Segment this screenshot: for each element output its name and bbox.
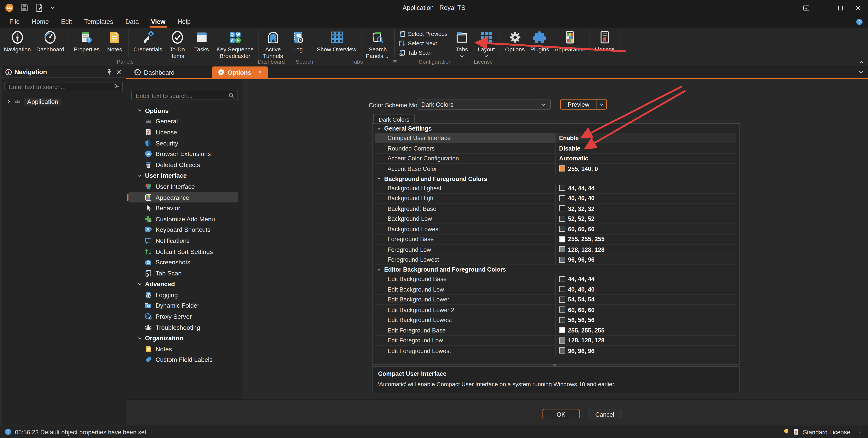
pin-icon[interactable]	[106, 68, 113, 75]
options-tree-item[interactable]: Customize Add Menu	[126, 213, 242, 225]
close-panel-icon[interactable]	[115, 68, 122, 75]
options-tree-item[interactable]: Custom Field Labels	[126, 355, 242, 365]
dark-colors-tab[interactable]: Dark Colors	[373, 114, 415, 124]
menu-home[interactable]: Home	[26, 15, 55, 28]
options-tree-item[interactable]: Options	[126, 105, 242, 116]
menu-templates[interactable]: Templates	[78, 15, 119, 28]
settings-row[interactable]: Foreground Base 255, 255, 255	[375, 234, 736, 245]
settings-row[interactable]: Background: Base 32, 32, 32	[375, 204, 736, 214]
minimize-icon[interactable]	[820, 4, 827, 11]
options-tree-item[interactable]: Browser Extensions	[126, 148, 242, 159]
options-tree-item[interactable]: Behavior	[126, 203, 242, 213]
options-tree-item[interactable]: Deleted Objects	[126, 159, 242, 170]
options-tree-item[interactable]: Logging	[126, 290, 242, 300]
help-icon[interactable]: ?	[856, 18, 863, 25]
menu-file[interactable]: File	[3, 15, 26, 28]
navigation-search[interactable]	[4, 82, 123, 91]
log-button[interactable]: Log	[286, 28, 310, 59]
properties-button[interactable]: Properties	[71, 28, 102, 59]
search-icon[interactable]	[228, 92, 235, 99]
menu-data[interactable]: Data	[119, 15, 145, 28]
cancel-button[interactable]: Cancel	[588, 409, 622, 419]
save-icon[interactable]	[20, 3, 29, 12]
settings-row[interactable]: Foreground Lowest 96, 96, 96	[375, 255, 736, 265]
options-tree-item[interactable]: User Interface	[126, 181, 242, 192]
settings-row[interactable]: Edit Foreground Lowest 96, 96, 96	[375, 346, 736, 356]
plugins-button[interactable]: Plugins	[528, 28, 552, 59]
options-tree-item[interactable]: General	[126, 116, 242, 127]
options-tree-item[interactable]: Screenshots	[126, 257, 242, 268]
menu-help[interactable]: Help	[172, 15, 197, 28]
chevron-right-icon[interactable]	[6, 99, 11, 104]
settings-row[interactable]: Compact User Interface Enable	[375, 133, 736, 143]
settings-row[interactable]: Edit Background Lower 54, 54, 54	[375, 295, 736, 305]
tab-list-chevron-icon[interactable]	[858, 69, 864, 75]
options-search-input[interactable]	[134, 92, 228, 99]
key-sequence-broadcaster-button[interactable]: QWA Key SequenceBroadcaster	[214, 28, 256, 59]
settings-row[interactable]: Foreground Low 128, 128, 128	[375, 245, 736, 255]
settings-row[interactable]: Edit Background Lowest 56, 56, 56	[375, 315, 736, 325]
settings-row[interactable]: Edit Foreground Base 255, 255, 255	[375, 325, 736, 336]
settings-row[interactable]: Edit Background Low 40, 40, 40	[375, 284, 736, 295]
options-tree-item[interactable]: Troubleshooting	[126, 322, 242, 333]
settings-row[interactable]: Background Highest 44, 44, 44	[375, 183, 736, 193]
active-tunnels-button[interactable]: ActiveTunnels	[260, 28, 286, 59]
options-tree-item[interactable]: Notifications	[126, 235, 242, 246]
navigation-button[interactable]: Navigation	[1, 28, 34, 59]
settings-row[interactable]: Edit Background Base 44, 44, 44	[375, 274, 736, 284]
options-tree-item[interactable]: Default Sort Settings	[126, 246, 242, 257]
settings-row[interactable]: Rounded Corners Disable	[375, 143, 736, 154]
preview-button[interactable]: Preview	[560, 99, 607, 110]
search-icon[interactable]	[113, 83, 120, 90]
options-tree-item[interactable]: User Interface	[126, 170, 242, 181]
settings-row[interactable]: Edit Background Lower 2 60, 60, 60	[375, 305, 736, 315]
options-tree-item[interactable]: Advanced	[126, 278, 242, 290]
navigation-search-input[interactable]	[8, 82, 113, 90]
settings-row[interactable]: Accent Color Configuration Automatic	[375, 154, 736, 164]
color-scheme-mode-select[interactable]: Dark Colors	[417, 100, 551, 109]
settings-row[interactable]: General Settings	[375, 124, 736, 133]
dashboard-button[interactable]: Dashboard	[34, 28, 67, 59]
select-next-button[interactable]: Select Next	[399, 39, 447, 47]
settings-row[interactable]: Background Low 52, 52, 52	[375, 214, 736, 224]
select-previous-button[interactable]: Select Previous	[399, 30, 447, 38]
options-search[interactable]	[131, 91, 238, 100]
resize-grip-icon[interactable]	[856, 428, 864, 435]
close-tab-icon[interactable]	[257, 70, 262, 75]
maximize-icon[interactable]	[837, 4, 844, 11]
settings-row[interactable]: Background and Foreground Colors	[375, 174, 736, 183]
options-tree-item[interactable]: Notes	[126, 343, 242, 355]
menu-view[interactable]: View	[145, 15, 172, 28]
options-button[interactable]: Options	[502, 28, 528, 59]
options-tree-item[interactable]: Proxy Server	[126, 311, 242, 322]
show-overview-button[interactable]: Show Overview	[314, 28, 359, 59]
options-tree-item[interactable]: A Keyboard Shortcuts	[126, 225, 242, 235]
options-tree-item[interactable]: Tab Scan	[126, 268, 242, 278]
appearance-button[interactable]: Appearance	[552, 28, 588, 59]
settings-row[interactable]: Editor Background and Foreground Colors	[375, 265, 736, 274]
close-icon[interactable]	[854, 4, 861, 11]
settings-row[interactable]: Edit Foreground Low 128, 128, 128	[375, 336, 736, 346]
tabs-button[interactable]: Tabs	[450, 28, 474, 59]
bulb-icon[interactable]	[783, 428, 790, 435]
settings-row[interactable]: Background Lowest 60, 60, 60	[375, 224, 736, 234]
menu-edit[interactable]: Edit	[55, 15, 78, 28]
options-tree-item[interactable]: Security	[126, 138, 242, 148]
tab-scan-button[interactable]: Tab Scan	[399, 49, 447, 57]
settings-row[interactable]: Accent Base Color 255, 140, 0	[375, 164, 736, 174]
todo-items-button[interactable]: To-DoItems	[165, 28, 189, 59]
quick-access-chevron-icon[interactable]	[50, 5, 56, 11]
license-button[interactable]: License	[592, 28, 617, 59]
credentials-button[interactable]: Credentials	[131, 28, 165, 59]
tree-item-application[interactable]: Application	[2, 96, 126, 107]
preview-dropdown[interactable]	[596, 100, 606, 109]
tab-options[interactable]: Options	[212, 66, 268, 78]
options-tree-item[interactable]: Appearance	[128, 192, 238, 203]
ok-button[interactable]: OK	[542, 409, 580, 419]
collapse-ribbon-icon[interactable]	[859, 59, 865, 65]
panel-toggle-icon[interactable]	[803, 4, 810, 11]
options-tree-item[interactable]: License	[126, 127, 242, 138]
dialog-launcher-icon[interactable]	[392, 59, 398, 65]
search-panels-button[interactable]: SearchPanels ⌄	[363, 28, 392, 59]
new-document-icon[interactable]	[35, 3, 44, 12]
